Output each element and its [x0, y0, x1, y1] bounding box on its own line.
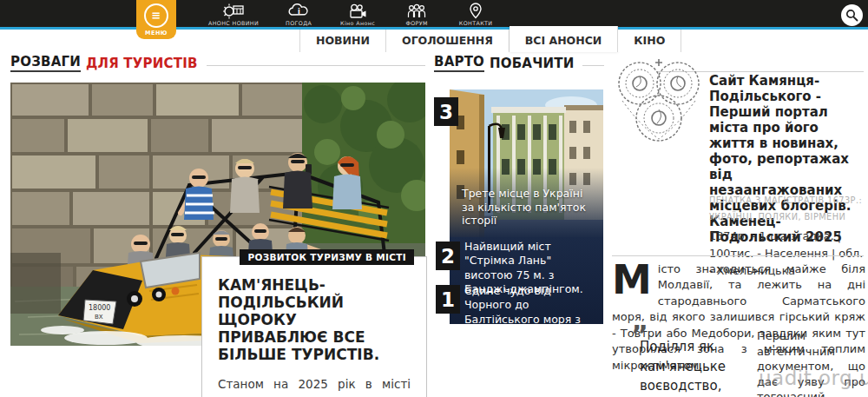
header-icon-nav: АНОНС НОВИНИ i ПОГОДА Кіно Анонс: [208, 3, 495, 26]
search-icon: [845, 9, 858, 22]
tab-ogoloshennya[interactable]: ОГОЛОШЕННЯ: [386, 30, 510, 52]
left-section-heading: РОЗВАГИ ДЛЯ ТУРИСТІВ: [10, 54, 425, 72]
search-button[interactable]: [841, 4, 863, 26]
middle-section-title: ВАРТО: [434, 54, 484, 72]
middle-section-title-rest: ПОБАЧИТИ: [490, 56, 574, 71]
svg-text:i: i: [298, 8, 300, 16]
must-see-item-3-text: Трете місце в Україні за кількістю пам'я…: [462, 187, 594, 228]
menu-button[interactable]: ≡ МЕНЮ: [136, 0, 176, 39]
left-section-title-accent: ДЛЯ ТУРИСТІВ: [86, 56, 198, 71]
header-item-contacts[interactable]: КОНТАКТИ: [457, 3, 495, 26]
hamburger-menu-icon: ≡: [144, 3, 168, 28]
weather-icon: i: [287, 3, 310, 19]
header-item-label: ФОРУМ: [405, 20, 427, 26]
header-item-cinema[interactable]: Кіно Анонс: [339, 3, 377, 26]
must-see-item-1-text[interactable]: Єдине чудо від Чорного до Балтійського м…: [464, 284, 596, 354]
news-announce-icon: [222, 3, 245, 19]
pullquote-text: Поділля як кам'янецьке воєводство, губер…: [640, 337, 753, 397]
header-item-label: ПОГОДА: [286, 20, 312, 26]
article-headline: КАМ'ЯНЕЦЬ-ПОДІЛЬСЬКИЙ ЩОРОКУ ПРИВАБЛЮЄ В…: [218, 276, 411, 363]
drop-cap: М: [612, 263, 652, 296]
main-article-card[interactable]: РОЗВИТОК ТУРИЗМУ В МІСТІ КАМ'ЯНЕЦЬ-ПОДІЛ…: [201, 256, 427, 397]
license-plate-line2: ВХ: [95, 314, 103, 321]
article-body-text: Станом на 2025 рік в місті можна не тіль…: [218, 375, 411, 397]
header-item-label: КОНТАКТИ: [459, 20, 493, 26]
history-column-text: Першим автентичним документом, що дає уя…: [757, 328, 865, 397]
magistrate-seal-image: [610, 56, 707, 151]
header-item-forum[interactable]: ФОРУМ: [398, 3, 436, 26]
section-tabs: НОВИНИ ОГОЛОШЕННЯ ВСІ АНОНСИ КІНО: [299, 30, 681, 52]
menu-button-label: МЕНЮ: [145, 30, 168, 36]
heading-rule: [207, 65, 425, 66]
left-section-title: РОЗВАГИ: [10, 54, 81, 72]
header-item-news-announce[interactable]: АНОНС НОВИНИ: [208, 3, 259, 26]
heading-rule: [582, 65, 604, 66]
header-item-weather[interactable]: i ПОГОДА: [279, 3, 318, 26]
old-town-photo: Трете місце в Україні за кількістю пам'я…: [450, 89, 603, 237]
cinema-icon: [347, 3, 368, 19]
license-plate-line1: 18000: [89, 304, 110, 312]
seal-caption: ПЕЧАТКА З МАГІСТРАТІВ 1673Р.: УКРАЇНЦІ, …: [709, 193, 865, 225]
forum-icon: [405, 3, 428, 19]
category-badge: РОЗВИТОК ТУРИЗМУ В МІСТІ: [240, 249, 414, 265]
tab-novyny[interactable]: НОВИНИ: [299, 30, 386, 52]
contacts-icon: [468, 3, 483, 19]
rank-badge-3: 3: [434, 97, 458, 126]
tab-vsi-anonsy[interactable]: ВСІ АНОНСИ: [510, 26, 619, 52]
tab-kino[interactable]: КІНО: [618, 30, 681, 52]
header-item-label: Кіно Анонс: [340, 20, 375, 26]
header-item-label: АНОНС НОВИНИ: [208, 20, 259, 26]
page: ≡ МЕНЮ АНОНС НОВИНИ: [0, 0, 868, 397]
rank-badge-2: 2: [436, 242, 460, 270]
rank-badge-1: 1: [436, 285, 460, 314]
middle-section-heading: ВАРТО ПОБАЧИТИ: [434, 54, 604, 72]
